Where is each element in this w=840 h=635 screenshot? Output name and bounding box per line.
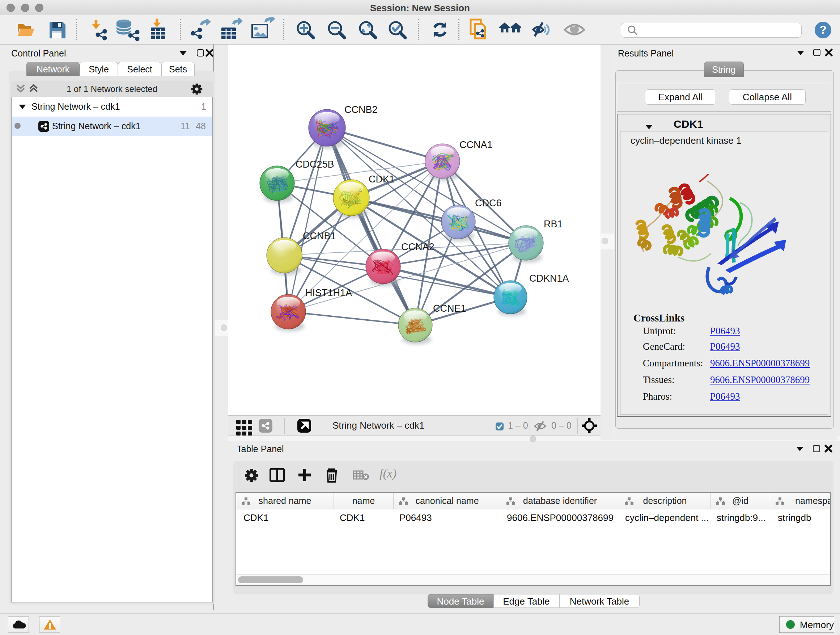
svg-text:HIST1H1A: HIST1H1A xyxy=(305,287,352,298)
svg-text:CCNB1: CCNB1 xyxy=(303,231,336,241)
svg-text:CCNA1: CCNA1 xyxy=(459,139,493,150)
svg-text:RB1: RB1 xyxy=(544,219,563,230)
svg-text:CCNB2: CCNB2 xyxy=(344,104,378,115)
svg-text:CCNE1: CCNE1 xyxy=(433,303,466,314)
svg-text:CDK1: CDK1 xyxy=(369,174,395,185)
svg-text:CDC25B: CDC25B xyxy=(295,159,334,170)
svg-text:?: ? xyxy=(819,23,827,36)
svg-text:CDKN1A: CDKN1A xyxy=(529,273,569,284)
svg-text:CCNA2: CCNA2 xyxy=(401,241,434,252)
svg-text:CDC6: CDC6 xyxy=(475,198,502,209)
